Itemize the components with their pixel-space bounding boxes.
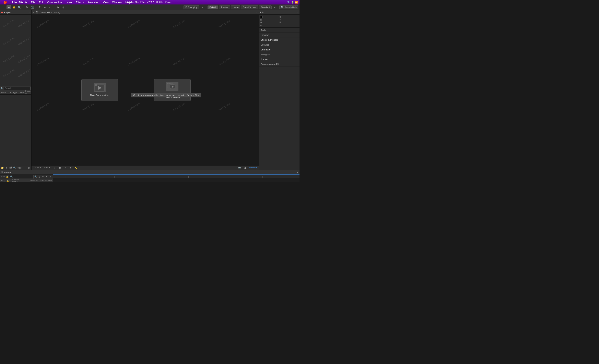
svg-rect-5: [169, 83, 170, 84]
col-sort-icon[interactable]: ▲: [7, 92, 9, 94]
project-search-input[interactable]: [4, 87, 31, 90]
g-label: G:: [260, 21, 263, 24]
timeline-ruler[interactable]: ||||| |||||: [53, 174, 300, 178]
camera-tool[interactable]: 📷: [30, 5, 34, 9]
select-tool[interactable]: ▶: [7, 5, 11, 9]
timeline-solo[interactable]: ☰: [3, 175, 5, 178]
timeline-close[interactable]: ✕: [1, 171, 3, 173]
workspace-switcher: ⊞ Snapping ▼ Default Review Learn Small …: [184, 5, 298, 9]
menu-view[interactable]: View: [101, 0, 110, 4]
info-panel-title: Info: [260, 11, 264, 14]
search-help-container[interactable]: 🔍 Search Help: [279, 5, 298, 9]
search-project-btn[interactable]: 🔍: [13, 166, 16, 170]
new-composition-card[interactable]: New Composition: [81, 79, 118, 101]
workspace-review[interactable]: Review: [219, 6, 230, 9]
project-panel-menu[interactable]: ≡: [29, 11, 30, 13]
region-of-interest[interactable]: ⊡: [52, 166, 57, 170]
menu-effects[interactable]: Effects: [74, 0, 86, 4]
menu-file[interactable]: File: [29, 0, 37, 4]
info-panel-menu[interactable]: ≡: [297, 11, 298, 13]
timeline-toggle-btn[interactable]: ⊕: [1, 175, 2, 178]
right-panel: Info ≡ X: R: Y: G: B:: [259, 10, 300, 170]
timeline-mode-2[interactable]: ⊛: [41, 175, 44, 178]
toggle-transparency[interactable]: ▦: [58, 166, 62, 170]
cwm14: macmj.com: [173, 102, 186, 111]
timeline-left-panel: ⊕ ☰ 🔒 🔍 ▲ ⊛ ✱ ⊕ ⊙ 👁 ⊙ 🔒 # Source Name: [0, 174, 53, 182]
workspace-learn[interactable]: Learn: [231, 6, 240, 9]
comp-watermarks: macmj.com macmj.com macmj.com macmj.com …: [32, 15, 259, 165]
a-label: A:: [260, 24, 262, 26]
timeline-content: ⊕ ☰ 🔒 🔍 ▲ ⊛ ✱ ⊕ ⊙ 👁 ⊙ 🔒 # Source Name: [0, 174, 300, 182]
shape-tool[interactable]: □: [48, 5, 53, 9]
character-panel-item[interactable]: Character: [259, 47, 300, 52]
tracker-panel-item[interactable]: Tracker: [259, 57, 300, 62]
home-btn[interactable]: ⌂: [1, 5, 6, 9]
pen-tool[interactable]: ✒: [43, 5, 47, 9]
timeline-mode-3[interactable]: ✱: [45, 175, 48, 178]
import-btn[interactable]: ⬇: [5, 166, 8, 170]
menu-aftereffects[interactable]: After Effects: [10, 0, 29, 4]
timeline-cols: 👁 ⊙ 🔒 # Source Name Switches Parent & Li…: [0, 179, 53, 182]
hand-tool[interactable]: ✋: [12, 5, 16, 9]
timeline-search-btn[interactable]: 🔍: [34, 175, 37, 178]
libraries-panel-item[interactable]: Libraries: [259, 42, 300, 47]
timeline-mode-4[interactable]: ⊕: [49, 175, 52, 178]
menu-edit[interactable]: Edit: [37, 0, 45, 4]
menu-window[interactable]: Window: [111, 0, 123, 4]
toggle-rulers[interactable]: 📏: [73, 166, 78, 170]
rotate-tool[interactable]: ↻: [25, 5, 29, 9]
main-layout: Project ≡ macmj.com macmj.com macmj.com …: [0, 10, 300, 170]
composition-viewer: macmj.com macmj.com macmj.com macmj.com …: [32, 15, 259, 165]
zoom-control[interactable]: 100% ▼: [33, 166, 42, 169]
main-toolbar: ⌂ ▶ ✋ 🔍 ↻ 📷 T ✒ □ ⊕ ◎ ⊞ Snapping ▼ Defau…: [0, 4, 300, 10]
new-comp-btn[interactable]: 🎬: [9, 166, 12, 170]
wm1: macmj.com: [2, 18, 15, 28]
new-folder-btn[interactable]: 📁: [1, 166, 4, 170]
show-snapshot[interactable]: 🖼: [243, 166, 247, 170]
composition-toolbar: 100% ▼ (Full) ▼ ⊡ ▦ # ⊞ 📏 📷 🖼 0:00:00:00: [32, 165, 259, 170]
col-solo: ⊙: [4, 180, 7, 182]
info-r-row: R:: [260, 19, 279, 21]
effects-presets-panel-item[interactable]: Effects & Presets: [259, 37, 300, 42]
menu-animation[interactable]: Animation: [86, 0, 101, 4]
col-source-name: Source Name: [12, 179, 23, 182]
timeline-search[interactable]: [9, 175, 34, 179]
menu-layer[interactable]: Layer: [64, 0, 74, 4]
cwm10: macmj.com: [218, 57, 231, 66]
project-watermarks: macmj.com macmj.com macmj.com macmj.com …: [0, 15, 31, 86]
quality-control[interactable]: (Full) ▼: [43, 166, 52, 169]
text-tool[interactable]: T: [37, 5, 42, 9]
project-columns: Name ▲ 🏷 Type Size Frame Ra...: [0, 91, 31, 95]
apple-menu[interactable]: 🍎: [2, 0, 9, 4]
snapping-options[interactable]: ▼: [200, 5, 204, 9]
workspace-smallscreen[interactable]: Small Screen: [241, 6, 258, 9]
comp-panel-menu[interactable]: ≡: [256, 11, 257, 13]
search-help-label: Search Help: [284, 6, 297, 9]
audio-panel-item[interactable]: Audio: [259, 28, 300, 33]
roto-tool[interactable]: ◎: [61, 5, 65, 9]
menubar-right: 🔍 🔋 📶: [287, 1, 298, 4]
workspace-more[interactable]: »: [273, 5, 277, 9]
comp-tab-close[interactable]: ✕: [33, 11, 35, 14]
col-size: Size: [20, 92, 24, 94]
panel-close-dot[interactable]: [1, 12, 3, 13]
timeline-menu[interactable]: ≡: [297, 171, 298, 173]
snapping-toggle[interactable]: ⊞ Snapping: [184, 5, 199, 9]
content-aware-fill-panel-item[interactable]: Content-Aware Fill: [259, 62, 300, 67]
menu-composition[interactable]: Composition: [45, 0, 63, 4]
preview-panel-item[interactable]: Preview: [259, 33, 300, 37]
puppet-tool[interactable]: ⊕: [55, 5, 60, 9]
workspace-default[interactable]: Default: [208, 6, 218, 9]
timeline-mode-1[interactable]: ▲: [38, 175, 41, 178]
time-display: 0:00:00:00: [248, 166, 257, 169]
paragraph-panel-item[interactable]: Paragraph: [259, 52, 300, 57]
timeline-lock[interactable]: 🔒: [6, 175, 8, 178]
new-comp-from-footage-card[interactable]: New Composition From Footage: [154, 79, 191, 101]
delete-item-btn[interactable]: 🗑: [27, 166, 31, 170]
zoom-tool[interactable]: 🔍: [17, 5, 22, 9]
toggle-guides[interactable]: ⊞: [68, 166, 73, 170]
cwm2: macmj.com: [82, 19, 95, 28]
toggle-grid[interactable]: #: [63, 166, 67, 170]
workspace-standard[interactable]: Standard: [259, 6, 272, 9]
snapshot-btn[interactable]: 📷: [237, 166, 242, 170]
